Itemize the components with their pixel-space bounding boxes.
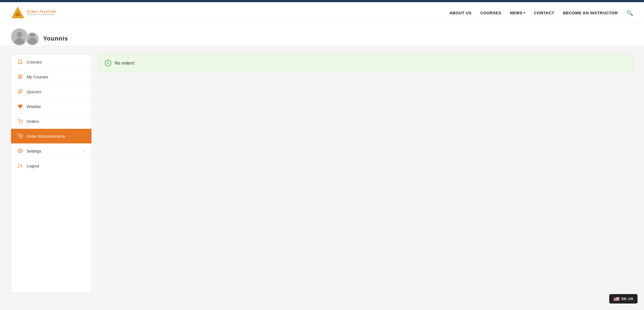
- sidebar-orders-label: Orders: [27, 119, 39, 124]
- logout-icon: [18, 163, 23, 168]
- nav-news[interactable]: NEWS ▾: [510, 11, 525, 15]
- top-bar: [0, 0, 644, 2]
- header: DCNET TELECOM Connect To Succeed ABOUT U…: [0, 2, 644, 24]
- nav-courses[interactable]: COURSES: [480, 11, 501, 15]
- sidebar-quizzes-label: Quizzes: [27, 89, 41, 94]
- svg-point-7: [19, 123, 20, 123]
- svg-point-11: [20, 150, 21, 152]
- sidebar-item-quizzes[interactable]: Quizzes: [11, 84, 91, 99]
- cart-icon: [18, 119, 23, 124]
- svg-point-8: [22, 123, 22, 123]
- logo-tagline: Connect To Succeed: [27, 13, 56, 16]
- no-orders-text: No orders!: [115, 61, 135, 66]
- logo-brand: DCNET TELECOM: [27, 10, 56, 13]
- nav-news-label: NEWS: [510, 11, 522, 15]
- search-icon: 🔍: [626, 10, 633, 16]
- puzzle-icon: [18, 89, 23, 94]
- svg-rect-4: [21, 75, 22, 76]
- nav-become-instructor[interactable]: BECOME AN INSTRUCTOR: [563, 11, 618, 15]
- svg-point-10: [22, 138, 22, 138]
- sidebar-settings-label: Settings: [27, 149, 41, 153]
- cart-woo-icon: [18, 134, 23, 139]
- sidebar-item-settings[interactable]: Settings ›: [11, 144, 91, 159]
- check-circle-icon: ✓: [105, 60, 111, 66]
- sidebar-order-woocommerce-label: Order Woocommerce: [27, 134, 65, 139]
- sidebar-courses-label: Courses: [27, 60, 42, 64]
- sidebar-item-my-courses[interactable]: My Courses: [11, 69, 91, 84]
- sidebar-my-courses-label: My Courses: [27, 75, 48, 79]
- svg-point-9: [19, 138, 20, 138]
- sidebar-item-logout[interactable]: Logout: [11, 159, 91, 173]
- flag-icon: ★★★★★★★★★★★★★: [614, 297, 619, 301]
- svg-rect-18: [614, 299, 619, 300]
- sidebar-item-orders[interactable]: Orders: [11, 114, 91, 129]
- sidebar-item-order-woocommerce[interactable]: Order Woocommerce: [11, 129, 91, 144]
- avatar-primary: [11, 28, 28, 45]
- main-panel: ✓ No orders!: [98, 54, 633, 293]
- language-code: EN_US: [622, 297, 633, 301]
- avatar-secondary: [26, 32, 39, 45]
- heart-icon: [18, 104, 23, 109]
- settings-chevron-icon: ›: [84, 149, 85, 153]
- svg-rect-17: [614, 299, 619, 299]
- book-icon: [18, 59, 23, 64]
- svg-rect-5: [21, 77, 22, 79]
- sidebar: Courses My Courses Quizzes: [11, 54, 92, 293]
- avatar-container: [11, 28, 39, 45]
- grid-icon: [18, 74, 23, 79]
- sidebar-wishlist-label: Wishlist: [27, 104, 41, 109]
- sidebar-logout-label: Logout: [27, 164, 39, 168]
- logo-text: DCNET TELECOM Connect To Succeed: [27, 10, 56, 16]
- svg-rect-3: [18, 75, 20, 76]
- gear-icon: [18, 149, 23, 153]
- chevron-down-icon: ▾: [523, 11, 525, 15]
- check-mark: ✓: [107, 61, 110, 65]
- sidebar-item-wishlist[interactable]: Wishlist: [11, 99, 91, 114]
- svg-rect-19: [614, 300, 619, 300]
- svg-text:★★★★★★★★★★★★★: ★★★★★★★★★★★★★: [614, 298, 619, 299]
- language-badge[interactable]: ★★★★★★★★★★★★★ EN_US: [609, 294, 638, 304]
- main-content: Courses My Courses Quizzes: [0, 46, 644, 302]
- svg-rect-6: [18, 77, 20, 79]
- sidebar-item-courses[interactable]: Courses: [11, 55, 91, 69]
- logo-icon: [11, 6, 25, 20]
- main-nav: ABOUT US COURSES NEWS ▾ CONTACT BECOME A…: [449, 10, 633, 16]
- nav-about-us[interactable]: ABOUT US: [449, 11, 471, 15]
- profile-username: Younnis: [43, 35, 68, 45]
- nav-contact[interactable]: CONTACT: [534, 11, 554, 15]
- search-button[interactable]: 🔍: [626, 10, 633, 16]
- profile-area: Younnis: [0, 24, 644, 46]
- no-orders-notice: ✓ No orders!: [98, 54, 633, 72]
- logo-area[interactable]: DCNET TELECOM Connect To Succeed: [11, 6, 56, 20]
